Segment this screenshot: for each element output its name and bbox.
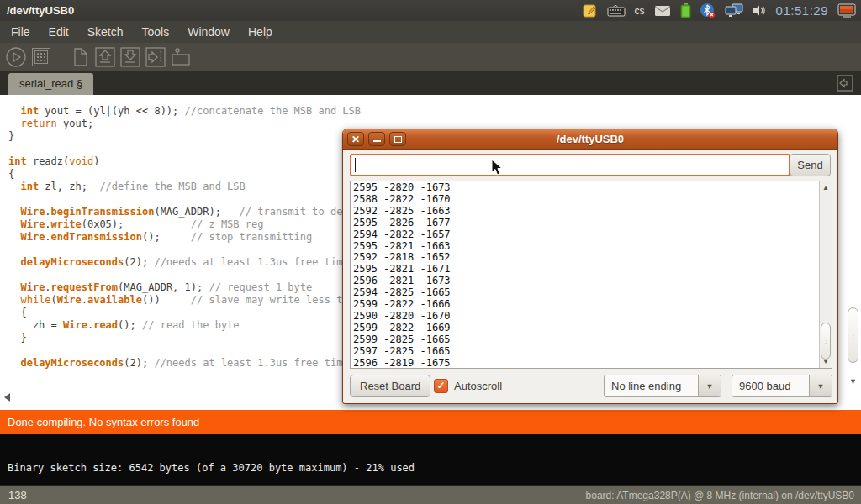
menu-tools[interactable]: Tools [133,21,179,43]
compile-status-bar: Done compiling. No syntax errors found [0,410,861,434]
serial-monitor-button[interactable] [170,46,192,68]
scroll-left-arrow-icon[interactable] [4,393,10,402]
dropdown-arrow-icon[interactable]: ▼ [698,375,721,396]
tab-strip: serial_read § [0,71,861,95]
verify-button[interactable] [5,46,27,68]
clock[interactable]: 01:51:29 [776,3,828,18]
network-icon[interactable] [725,3,743,18]
keyboard-icon[interactable] [607,4,626,18]
baud-rate-dropdown[interactable]: 9600 baud ▼ [732,375,832,397]
editor-vertical-scrollbar-thumb[interactable]: ⋮ [848,307,858,363]
ide-statusbar: 138 board: ATmega328P(A) @ 8 MHz (intern… [0,485,861,504]
serial-monitor-title: /dev/ttyUSB0 [343,129,837,150]
menu-sketch[interactable]: Sketch [78,21,133,43]
tab-menu-icon[interactable] [837,75,853,95]
send-button[interactable]: Send [790,154,831,176]
window-minimize-button[interactable] [368,132,385,146]
line-ending-value: No line ending [611,380,681,392]
scroll-up-arrow-icon[interactable]: ▲ [822,184,829,192]
keyboard-layout-label[interactable]: cs [635,5,645,17]
new-sketch-button[interactable] [69,46,91,68]
serial-output-text: 2595 -2820 -1673 2588 -2822 -1670 2592 -… [353,182,451,369]
display-icon[interactable] [837,3,856,18]
stop-button[interactable] [30,46,52,68]
serial-scrollbar-thumb[interactable]: ⋮ [821,323,831,360]
open-button[interactable] [94,46,116,68]
minimize-icon [373,140,381,142]
menu-file[interactable]: File [2,21,40,43]
window-close-button[interactable]: ✕ [347,132,364,146]
window-maximize-button[interactable] [389,132,406,146]
scroll-down-arrow-icon[interactable]: ▼ [822,358,829,365]
serial-output-area[interactable]: 2595 -2820 -1673 2588 -2822 -1670 2592 -… [350,181,832,369]
mail-icon[interactable] [654,5,671,17]
bluetooth-icon[interactable] [700,3,716,18]
console-text: Binary sketch size: 6542 bytes (of a 307… [8,462,415,474]
text-caret [355,158,356,172]
note-icon[interactable] [583,3,598,18]
current-line-number: 138 [8,489,27,501]
console-output: Binary sketch size: 6542 bytes (of a 307… [0,434,861,485]
maximize-icon [394,136,402,143]
upload-button[interactable] [145,46,166,68]
serial-monitor-window: /dev/ttyUSB0 ✕ Send 2595 -2820 -1673 258… [342,129,838,404]
save-button[interactable] [119,46,141,68]
baud-rate-value: 9600 baud [739,380,790,392]
desktop-panel: /dev/ttyUSB0 cs 01:51:29 [0,0,861,21]
menu-window[interactable]: Window [178,21,239,43]
compile-status-text: Done compiling. No syntax errors found [8,416,199,428]
editor-scroll-down-arrow-icon[interactable]: ▼ [849,377,857,386]
autoscroll-label: Autoscroll [454,380,502,392]
menubar: File Edit Sketch Tools Window Help [0,21,861,43]
dropdown-arrow-icon[interactable]: ▼ [809,375,832,396]
active-window-title: /dev/ttyUSB0 [0,4,74,17]
menu-edit[interactable]: Edit [40,21,78,43]
mouse-cursor [491,159,504,180]
menu-help[interactable]: Help [239,21,282,43]
check-icon: ✓ [436,380,445,391]
volume-icon[interactable] [753,4,767,17]
tab-serial-read[interactable]: serial_read § [8,73,93,95]
toolbar [0,43,861,71]
battery-icon[interactable] [680,3,691,18]
serial-output-scrollbar[interactable]: ▲ ⋮ ▼ [819,181,832,368]
autoscroll-checkbox[interactable]: ✓ [434,379,448,393]
code-lines: int yout = (yl|(yh << 8)); //concatenate… [8,105,367,370]
reset-board-button[interactable]: Reset Board [350,375,430,397]
line-ending-dropdown[interactable]: No line ending ▼ [604,375,721,397]
system-tray: cs 01:51:29 [583,3,861,18]
serial-send-input[interactable] [350,154,790,176]
board-info: board: ATmega328P(A) @ 8 MHz (internal) … [586,490,854,501]
serial-monitor-titlebar[interactable]: /dev/ttyUSB0 ✕ [343,129,837,150]
